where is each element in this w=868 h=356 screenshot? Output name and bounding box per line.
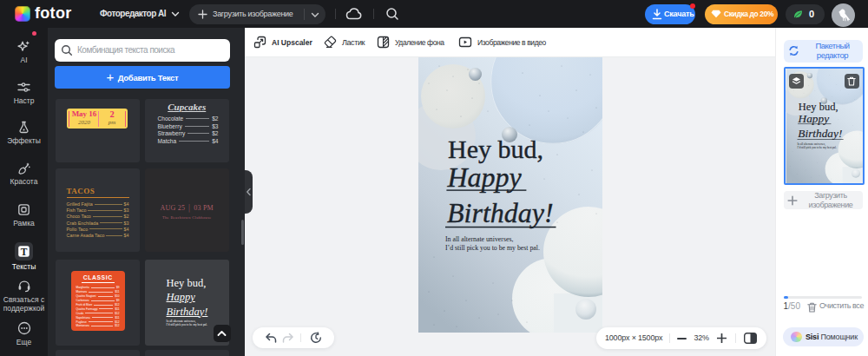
svg-text:T: T	[21, 247, 28, 257]
